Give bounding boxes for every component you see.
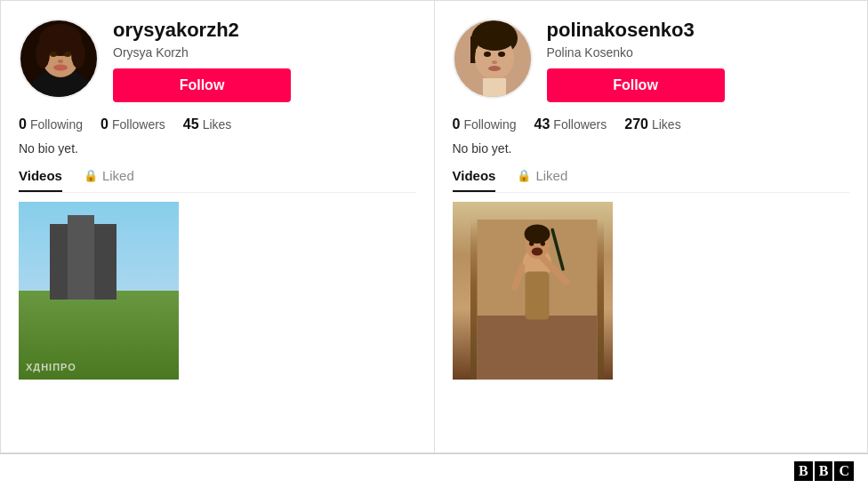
svg-rect-22: [477, 316, 597, 380]
avatar-1: [19, 19, 99, 99]
svg-point-15: [473, 22, 516, 51]
stat-followers-label-2: Followers: [553, 117, 607, 132]
svg-point-9: [58, 60, 63, 63]
username-1: orysyakorzh2: [113, 19, 416, 42]
bio-1: No bio yet.: [19, 141, 416, 156]
stat-likes-2: 270 Likes: [624, 116, 680, 132]
stat-followers-label-1: Followers: [112, 117, 165, 132]
svg-point-30: [529, 241, 534, 245]
lock-icon-1: 🔒: [84, 169, 98, 182]
stat-following-1: 0 Following: [19, 116, 83, 132]
stat-following-count-1: 0: [19, 116, 27, 132]
svg-point-8: [64, 52, 71, 57]
follow-button-2[interactable]: Follow: [547, 68, 725, 102]
svg-point-10: [53, 65, 68, 71]
profile-card-2: polinakosenko3 Polina Kosenko Follow 0 F…: [435, 1, 868, 452]
svg-point-7: [50, 52, 57, 57]
display-name-2: Polina Kosenko: [547, 45, 850, 60]
stat-followers-count-1: 0: [100, 116, 108, 132]
stat-following-label-2: Following: [463, 117, 516, 132]
stat-following-count-2: 0: [453, 116, 461, 132]
bbc-logo: B B C: [794, 461, 854, 481]
profile-header-1: orysyakorzh2 Orysya Korzh Follow: [19, 19, 416, 102]
video-grid-1: ХДНІПРО: [19, 202, 416, 380]
stat-followers-2: 43 Followers: [534, 116, 607, 132]
bio-2: No bio yet.: [453, 141, 850, 156]
bbc-box-b1: B: [794, 461, 813, 481]
profile-info-2: polinakosenko3 Polina Kosenko Follow: [547, 19, 850, 102]
svg-point-25: [524, 224, 550, 244]
tabs-row-1: Videos 🔒 Liked: [19, 168, 416, 193]
stat-following-2: 0 Following: [453, 116, 517, 132]
svg-point-18: [492, 60, 497, 64]
svg-point-17: [498, 52, 505, 57]
svg-point-29: [531, 248, 542, 256]
video-watermark-1: ХДНІПРО: [26, 362, 76, 372]
stat-likes-1: 45 Likes: [183, 116, 231, 132]
display-name-1: Orysya Korzh: [113, 45, 416, 60]
profile-header-2: polinakosenko3 Polina Kosenko Follow: [453, 19, 850, 102]
svg-rect-20: [483, 78, 506, 99]
tabs-row-2: Videos 🔒 Liked: [453, 168, 850, 193]
stats-row-1: 0 Following 0 Followers 45 Likes: [19, 116, 416, 132]
tab-liked-1[interactable]: 🔒 Liked: [84, 168, 134, 192]
stat-followers-count-2: 43: [534, 116, 551, 132]
svg-point-6: [71, 40, 85, 68]
tab-videos-1[interactable]: Videos: [19, 168, 62, 192]
video-grid-2: [453, 202, 850, 380]
tab-liked-2[interactable]: 🔒 Liked: [517, 168, 567, 192]
lock-icon-2: 🔒: [517, 169, 531, 182]
video-thumb-2[interactable]: [453, 202, 613, 380]
follow-button-1[interactable]: Follow: [113, 68, 291, 102]
stat-followers-1: 0 Followers: [100, 116, 165, 132]
avatar-2: [453, 19, 533, 99]
stat-likes-count-2: 270: [624, 116, 648, 132]
stat-following-label-1: Following: [30, 117, 83, 132]
svg-point-31: [540, 241, 544, 245]
bbc-box-b2: B: [815, 461, 833, 481]
stat-likes-label-1: Likes: [203, 117, 232, 132]
stats-row-2: 0 Following 43 Followers 270 Likes: [453, 116, 850, 132]
bbc-box-c: C: [834, 461, 854, 481]
bbc-footer: B B C: [0, 453, 868, 488]
stat-likes-count-1: 45: [183, 116, 199, 132]
profile-info-1: orysyakorzh2 Orysya Korzh Follow: [113, 19, 416, 102]
profile-card-1: orysyakorzh2 Orysya Korzh Follow 0 Follo…: [1, 1, 435, 452]
username-2: polinakosenko3: [547, 19, 850, 42]
svg-point-5: [36, 40, 50, 68]
video-thumb-1[interactable]: ХДНІПРО: [19, 202, 179, 380]
svg-point-16: [484, 52, 491, 57]
tab-videos-2[interactable]: Videos: [453, 168, 496, 192]
svg-point-19: [488, 66, 501, 71]
profiles-container: orysyakorzh2 Orysya Korzh Follow 0 Follo…: [0, 0, 868, 453]
stat-likes-label-2: Likes: [652, 117, 681, 132]
svg-rect-28: [525, 272, 549, 320]
